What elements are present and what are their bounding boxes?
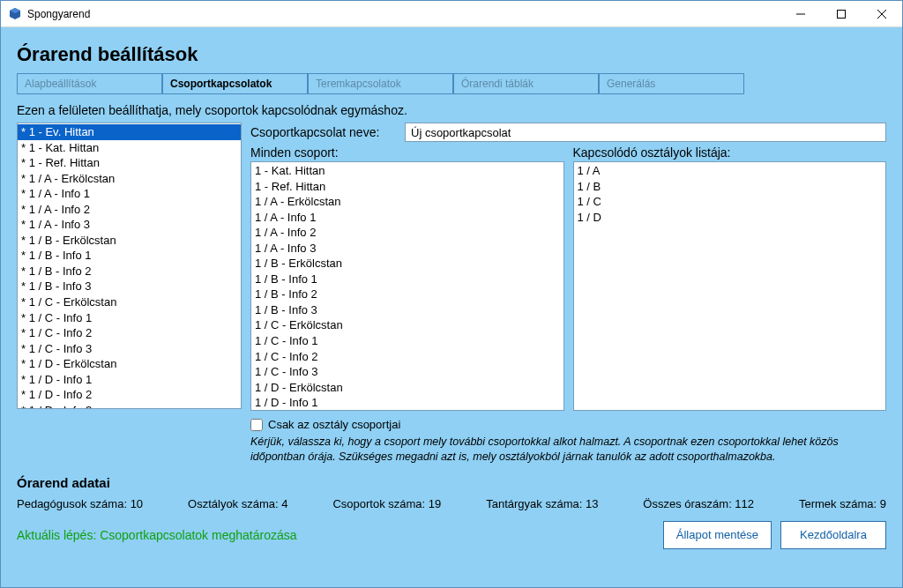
maximize-button[interactable] — [821, 1, 862, 27]
only-class-label: Csak az osztály csoportjai — [268, 418, 400, 431]
intro-text: Ezen a felületen beállíthatja, mely csop… — [17, 103, 886, 117]
stats-title: Órarend adatai — [17, 475, 886, 490]
list-item[interactable]: * 1 / C - Info 3 — [18, 341, 241, 357]
linked-classes-list[interactable]: 1 / A1 / B1 / C1 / D — [573, 161, 887, 411]
home-button[interactable]: Kezdőoldalra — [780, 521, 886, 549]
list-item[interactable]: 1 / C - Erkölcstan — [251, 317, 563, 333]
right-panel: Csoportkapcsolat neve: Minden csoport: 1… — [250, 123, 886, 465]
list-item[interactable]: * 1 - Ev. Hittan — [18, 124, 241, 140]
only-class-row: Csak az osztály csoportjai — [250, 418, 886, 431]
list-item[interactable]: 1 / B - Info 2 — [251, 287, 563, 302]
relation-name-input[interactable] — [405, 123, 886, 142]
tab-alapbe-ll-t-sok[interactable]: Alapbeállítások — [17, 73, 162, 94]
tab-csoportkapcsolatok[interactable]: Csoportkapcsolatok — [162, 73, 308, 94]
all-groups-col: Minden csoport: 1 - Kat. Hittan1 - Ref. … — [250, 145, 564, 411]
list-item[interactable]: 1 / C — [574, 194, 886, 210]
tab-bar: AlapbeállításokCsoportkapcsolatokTeremka… — [17, 73, 886, 94]
list-item[interactable]: * 1 / B - Erkölcstan — [18, 233, 241, 249]
hint-text: Kérjük, válassza ki, hogy a csoport mely… — [250, 435, 886, 465]
left-panel: * 1 - Ev. Hittan* 1 - Kat. Hittan* 1 - R… — [17, 123, 242, 465]
list-item[interactable]: 1 / C - Info 3 — [251, 364, 563, 380]
list-item[interactable]: 1 / B - Erkölcstan — [251, 256, 563, 272]
stat-subjects: Tantárgyak száma: 13 — [486, 497, 598, 510]
tab--rarendi-t-bl-k[interactable]: Órarendi táblák — [453, 73, 599, 94]
list-item[interactable]: 1 / A - Erkölcstan — [251, 194, 563, 210]
app-icon — [8, 7, 22, 21]
name-row: Csoportkapcsolat neve: — [250, 123, 886, 142]
stats-row: Pedagógusok száma: 10 Osztályok száma: 4… — [17, 497, 886, 510]
app-window: Spongyarend Órarend beállítások Alapbeál… — [0, 0, 903, 588]
list-item[interactable]: * 1 / D - Info 2 — [18, 387, 241, 403]
list-item[interactable]: 1 / C - Info 2 — [251, 349, 563, 365]
list-item[interactable]: 1 - Kat. Hittan — [251, 163, 563, 179]
list-item[interactable]: 1 / D - Info 1 — [251, 395, 563, 411]
columns: Minden csoport: 1 - Kat. Hittan1 - Ref. … — [250, 145, 886, 411]
window-controls — [780, 1, 902, 27]
list-item[interactable]: 1 / A - Info 1 — [251, 210, 563, 226]
work-area: * 1 - Ev. Hittan* 1 - Kat. Hittan* 1 - R… — [17, 123, 886, 465]
list-item[interactable]: 1 / A - Info 2 — [251, 225, 563, 241]
list-item[interactable]: * 1 / A - Info 1 — [18, 186, 241, 202]
stat-classes: Osztályok száma: 4 — [188, 497, 287, 510]
tab-gener-l-s[interactable]: Generálás — [599, 73, 744, 94]
close-button[interactable] — [862, 1, 902, 27]
list-item[interactable]: 1 / C - Info 1 — [251, 333, 563, 349]
linked-classes-col: Kapcsolódó osztályok listája: 1 / A1 / B… — [573, 145, 887, 411]
titlebar: Spongyarend — [1, 1, 902, 27]
group-relations-list[interactable]: * 1 - Ev. Hittan* 1 - Kat. Hittan* 1 - R… — [17, 123, 242, 409]
list-item[interactable]: 1 / A - Info 3 — [251, 241, 563, 257]
svg-rect-1 — [838, 10, 846, 18]
tab-teremkapcsolatok[interactable]: Teremkapcsolatok — [308, 73, 453, 94]
window-title: Spongyarend — [27, 8, 780, 20]
minimize-button[interactable] — [780, 1, 821, 27]
list-item[interactable]: * 1 / B - Info 2 — [18, 264, 241, 279]
all-groups-label: Minden csoport: — [250, 145, 564, 160]
status-text: Aktuális lépés: Csoportkapcsolatok megha… — [17, 528, 297, 542]
list-item[interactable]: * 1 / D - Info 3 — [18, 403, 241, 409]
list-item[interactable]: 1 - Ref. Hittan — [251, 179, 563, 195]
page-title: Órarend beállítások — [17, 43, 886, 66]
list-item[interactable]: * 1 - Ref. Hittan — [18, 155, 241, 171]
list-item[interactable]: 1 / B - Info 3 — [251, 302, 563, 318]
list-item[interactable]: 1 / A — [574, 163, 886, 179]
save-state-button[interactable]: Állapot mentése — [663, 521, 772, 549]
list-item[interactable]: 1 / B - Info 1 — [251, 272, 563, 287]
list-item[interactable]: 1 / B — [574, 179, 886, 195]
stat-groups: Csoportok száma: 19 — [332, 497, 441, 510]
list-item[interactable]: * 1 / C - Erkölcstan — [18, 294, 241, 310]
list-item[interactable]: 1 / D - Erkölcstan — [251, 380, 563, 396]
name-label: Csoportkapcsolat neve: — [250, 125, 396, 139]
all-groups-list[interactable]: 1 - Kat. Hittan1 - Ref. Hittan1 / A - Er… — [250, 161, 564, 411]
list-item[interactable]: * 1 / C - Info 2 — [18, 325, 241, 341]
stat-teachers: Pedagógusok száma: 10 — [17, 497, 143, 510]
list-item[interactable]: * 1 / A - Erkölcstan — [18, 171, 241, 187]
list-item[interactable]: 1 / D — [574, 210, 886, 226]
stat-hours: Összes óraszám: 112 — [643, 497, 754, 510]
list-item[interactable]: * 1 / A - Info 2 — [18, 202, 241, 218]
list-item[interactable]: * 1 / A - Info 3 — [18, 217, 241, 233]
linked-classes-label: Kapcsolódó osztályok listája: — [573, 145, 887, 160]
stat-rooms: Termek száma: 9 — [799, 497, 886, 510]
list-item[interactable]: * 1 / B - Info 1 — [18, 248, 241, 264]
list-item[interactable]: * 1 / B - Info 3 — [18, 279, 241, 294]
content-area: Órarend beállítások AlapbeállításokCsopo… — [1, 27, 902, 587]
list-item[interactable]: * 1 / D - Erkölcstan — [18, 356, 241, 372]
bottom-bar: Aktuális lépés: Csoportkapcsolatok megha… — [17, 521, 886, 549]
only-class-checkbox[interactable] — [250, 419, 263, 431]
list-item[interactable]: * 1 / C - Info 1 — [18, 310, 241, 326]
list-item[interactable]: * 1 - Kat. Hittan — [18, 140, 241, 156]
list-item[interactable]: * 1 / D - Info 1 — [18, 372, 241, 388]
